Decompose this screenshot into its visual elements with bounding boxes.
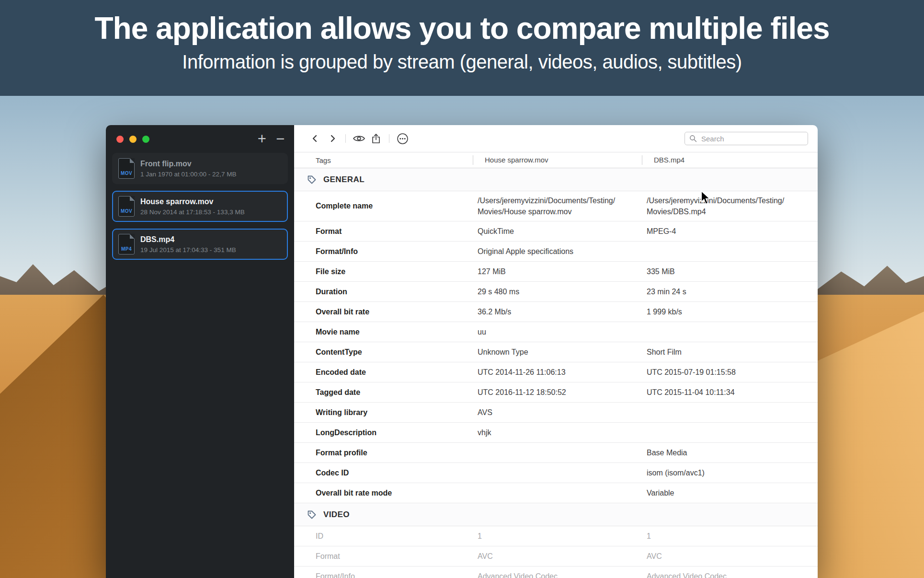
- row-value-2: [642, 248, 818, 255]
- minimize-button[interactable]: [129, 136, 137, 143]
- row-value-2: Base Media: [642, 443, 818, 462]
- row-value-1: [473, 449, 642, 457]
- file-text: Front flip.mov 1 Jan 1970 at 01:00:00 - …: [140, 160, 236, 178]
- back-button[interactable]: [307, 130, 324, 147]
- row-label: Complete name: [294, 199, 473, 213]
- sidebar-header: + −: [106, 125, 294, 153]
- section-title: VIDEO: [323, 510, 350, 520]
- table-row: Duration 29 s 480 ms 23 min 24 s: [294, 282, 818, 302]
- tag-icon: [307, 174, 317, 185]
- section-rows: ID 1 1 Format AVC AVC Format/Info: [294, 526, 818, 578]
- row-value-1: AVS: [473, 403, 642, 422]
- row-value-1: UTC 2016-11-12 18:50:52: [473, 383, 642, 402]
- file-text: House sparrow.mov 28 Nov 2014 at 17:18:5…: [140, 197, 245, 216]
- zoom-button[interactable]: [142, 136, 149, 143]
- toolbar: [294, 125, 818, 152]
- row-value-2: AVC: [642, 547, 818, 566]
- row-label: Format: [294, 224, 473, 239]
- eye-icon: [353, 134, 365, 143]
- row-value-2: MPEG-4: [642, 222, 818, 241]
- window-controls: [116, 136, 149, 143]
- preview-button[interactable]: [350, 130, 367, 147]
- row-label: LongDescription: [294, 426, 473, 440]
- row-label: ContentType: [294, 345, 473, 359]
- row-label: Overall bit rate: [294, 305, 473, 319]
- share-button[interactable]: [367, 130, 385, 147]
- row-value-2: Variable: [642, 484, 818, 502]
- share-icon: [371, 133, 381, 144]
- row-label: Overall bit rate mode: [294, 486, 473, 500]
- row-label: Format/Info: [294, 244, 473, 259]
- row-label: Format/Info: [294, 569, 473, 578]
- table-row: Overall bit rate mode Variable: [294, 483, 818, 503]
- more-options-button[interactable]: [394, 130, 411, 147]
- ellipsis-circle-icon: [397, 133, 409, 145]
- search-field: [684, 132, 808, 145]
- table-row: Encoded date UTC 2014-11-26 11:06:13 UTC…: [294, 362, 818, 382]
- row-value-2: [642, 328, 818, 336]
- row-value-1: [473, 469, 642, 477]
- file-list-item[interactable]: MP4 DBS.mp4 19 Jul 2015 at 17:04:33 - 35…: [112, 229, 288, 260]
- column-header-file2: DBS.mp4: [642, 155, 818, 165]
- row-value-2: 1 999 kb/s: [642, 302, 818, 321]
- table-row: Overall bit rate 36.2 Mb/s 1 999 kb/s: [294, 302, 818, 322]
- section-rows: Complete name /Users/jeremyvizzini/Docum…: [294, 191, 818, 503]
- file-list-item[interactable]: MOV House sparrow.mov 28 Nov 2014 at 17:…: [112, 191, 288, 222]
- table-row: Codec ID isom (isom/avc1): [294, 463, 818, 483]
- search-input[interactable]: [700, 134, 803, 143]
- table-scroll-area[interactable]: GENERAL Complete name /Users/jeremyvizzi…: [294, 168, 818, 578]
- tag-icon: [307, 509, 317, 520]
- row-label: Format: [294, 549, 473, 564]
- sidebar-actions: + −: [258, 132, 285, 146]
- file-meta: 1 Jan 1970 at 01:00:00 - 22,7 MB: [140, 171, 236, 178]
- row-value-1: AVC: [473, 547, 642, 566]
- section-video: VIDEO ID 1 1 Format AVC AVC: [294, 503, 818, 578]
- toolbar-divider: [389, 134, 389, 143]
- row-value-2: isom (isom/avc1): [642, 463, 818, 482]
- search-icon: [689, 135, 697, 142]
- file-ext-label: MOV: [121, 208, 132, 214]
- table-row: ContentType Unknown Type Short Film: [294, 342, 818, 362]
- file-ext-label: MOV: [121, 171, 132, 176]
- file-type-icon: MOV: [118, 196, 135, 217]
- file-name: Front flip.mov: [140, 160, 236, 168]
- file-meta: 28 Nov 2014 at 17:18:53 - 133,3 MB: [140, 208, 245, 216]
- table-row: Format/Info Original Apple specification…: [294, 242, 818, 262]
- file-list: MOV Front flip.mov 1 Jan 1970 at 01:00:0…: [106, 153, 294, 260]
- remove-file-button[interactable]: −: [276, 132, 285, 146]
- row-value-2: Short Film: [642, 343, 818, 361]
- row-value-2: 23 min 24 s: [642, 282, 818, 301]
- app-window: + − MOV Front flip.mov 1 Jan 1970 at 01:…: [106, 125, 818, 578]
- row-label: Encoded date: [294, 365, 473, 380]
- table-row: Format profile Base Media: [294, 443, 818, 463]
- toolbar-divider: [345, 134, 346, 143]
- row-value-1: Original Apple specifications: [473, 242, 642, 261]
- add-file-button[interactable]: +: [258, 132, 266, 146]
- row-value-1: uu: [473, 323, 642, 341]
- comparison-pane: Tags House sparrow.mov DBS.mp4 GENERAL C…: [294, 125, 818, 578]
- file-list-item[interactable]: MOV Front flip.mov 1 Jan 1970 at 01:00:0…: [112, 153, 288, 184]
- forward-button[interactable]: [324, 130, 341, 147]
- section-header-general: GENERAL: [294, 168, 818, 191]
- row-label: Format profile: [294, 446, 473, 460]
- table-row: Complete name /Users/jeremyvizzini/Docum…: [294, 191, 818, 221]
- row-value-2: /Users/jeremyvizzini/Documents/Testing/ …: [642, 191, 818, 221]
- row-label: Duration: [294, 285, 473, 299]
- column-header-tags: Tags: [294, 156, 473, 164]
- row-value-2: 335 MiB: [642, 262, 818, 281]
- file-name: House sparrow.mov: [140, 197, 245, 206]
- row-value-1: 1: [473, 527, 642, 545]
- chevron-left-icon: [313, 136, 316, 141]
- row-value-2: UTC 2015-11-04 10:11:34: [642, 383, 818, 402]
- section-header-video: VIDEO: [294, 503, 818, 526]
- row-label: Movie name: [294, 325, 473, 339]
- table-row: LongDescription vhjk: [294, 423, 818, 443]
- file-name: DBS.mp4: [140, 235, 236, 244]
- row-value-1: 36.2 Mb/s: [473, 302, 642, 321]
- row-value-2: 1: [642, 527, 818, 545]
- close-button[interactable]: [116, 136, 124, 143]
- file-meta: 19 Jul 2015 at 17:04:33 - 351 MB: [140, 246, 236, 254]
- row-value-1: Advanced Video Codec: [473, 567, 642, 578]
- table-row: ID 1 1: [294, 526, 818, 546]
- row-value-1: QuickTime: [473, 222, 642, 241]
